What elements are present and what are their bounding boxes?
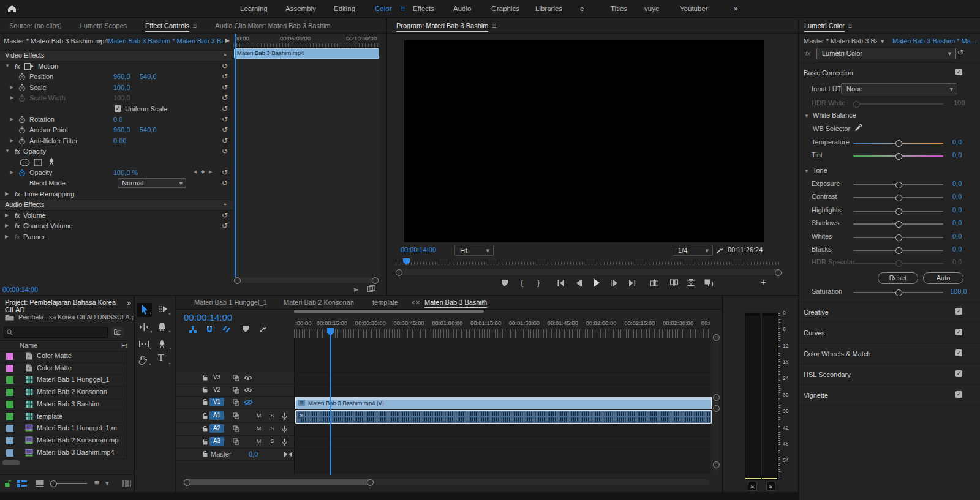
slider-knob[interactable] (895, 247, 902, 254)
reset-parameter-icon[interactable]: ↺ (222, 125, 228, 134)
workspace-tab-graphics[interactable]: Graphics (491, 0, 519, 17)
workspace-tab-e[interactable]: e (580, 0, 584, 17)
play-audio-icon[interactable]: ▶ (354, 286, 358, 293)
reset-parameter-icon[interactable]: ↺ (222, 83, 228, 92)
home-icon[interactable] (7, 4, 17, 13)
program-scrollbar[interactable] (396, 269, 782, 275)
type-tool-icon[interactable]: T (158, 353, 164, 364)
track-chip-a1[interactable]: A1 (209, 411, 224, 420)
section-checkbox[interactable]: ✓ (956, 391, 962, 398)
item-name[interactable]: Materi Bab 3 Bashim (37, 400, 99, 408)
slider-knob[interactable] (895, 289, 902, 296)
scroll-knob[interactable] (713, 461, 720, 468)
timeline-h-scrollbar[interactable] (183, 479, 710, 485)
track-chip-a3[interactable]: A3 (209, 437, 224, 446)
item-name[interactable]: Color Matte (37, 364, 72, 371)
eye-icon[interactable] (244, 375, 252, 381)
scroll-knob-right[interactable] (775, 269, 782, 276)
label-color-swatch[interactable] (6, 353, 13, 360)
track-chip-v3[interactable]: V3 (209, 373, 224, 382)
param-value[interactable]: 100,0 % (113, 169, 138, 176)
sync-lock-icon[interactable] (233, 399, 239, 406)
mute-button[interactable]: M (255, 438, 263, 446)
item-name[interactable]: Color Matte (37, 352, 72, 359)
auto-button[interactable]: Auto (923, 272, 963, 284)
extract-icon[interactable] (670, 279, 678, 286)
comparison-view-icon[interactable] (704, 279, 713, 286)
slider-knob[interactable] (895, 234, 902, 241)
slider-knob[interactable] (895, 195, 902, 201)
master-caret-icon[interactable]: ▾ (98, 37, 102, 45)
scroll-knob[interactable] (713, 394, 720, 401)
workspace-tab-vuye[interactable]: vuye (644, 0, 659, 17)
ripple-edit-tool-icon[interactable] (140, 323, 149, 331)
project-item-row[interactable]: Color Matte (0, 362, 127, 375)
lock-icon[interactable] (202, 425, 208, 433)
mark-out-icon[interactable]: } (537, 278, 540, 287)
fx-chevron-icon[interactable]: ▶ (5, 191, 9, 196)
solo-meter-button[interactable]: S (766, 482, 775, 491)
track-chip-v1[interactable]: V1 (209, 398, 224, 406)
workspace-tab-youtuber[interactable]: Youtuber (680, 0, 708, 17)
fx-chevron-icon[interactable]: ▶ (5, 212, 9, 218)
panel-menu-icon[interactable]: ≡ (489, 21, 496, 30)
effect-name[interactable]: Time Remapping (23, 190, 74, 198)
snap-magnet-icon[interactable] (206, 326, 213, 334)
basic-correction-checkbox[interactable]: ✓ (956, 69, 962, 75)
sequence-tab-1[interactable]: Materi Bab 1 Hunggel_1 (194, 299, 267, 306)
uniform-scale-checkbox[interactable]: ✓ (115, 105, 121, 112)
program-video-frame[interactable] (404, 40, 764, 242)
lock-icon[interactable] (202, 438, 208, 446)
label-color-swatch[interactable] (6, 449, 13, 457)
step-back-icon[interactable] (576, 280, 582, 286)
item-name[interactable]: Materi Bab 2 Konsonan.mp (37, 436, 118, 444)
add-button-icon[interactable]: + (761, 277, 766, 287)
sync-lock-icon[interactable] (233, 375, 239, 381)
scroll-knob-left[interactable] (184, 479, 190, 486)
search-bin-button[interactable] (111, 327, 124, 337)
param-chevron-icon[interactable]: ▶ (10, 95, 13, 100)
zoom-slider[interactable] (51, 483, 87, 484)
panel-menu-icon[interactable]: ≡ (481, 298, 486, 307)
section-checkbox[interactable]: ✓ (956, 370, 962, 377)
reset-parameter-icon[interactable]: ↺ (222, 115, 228, 124)
project-item-row[interactable]: Materi Bab 1 Hunggel_1 (0, 374, 127, 387)
selection-tool-icon[interactable] (141, 305, 149, 315)
reset-parameter-icon[interactable]: ↺ (222, 105, 228, 113)
param-value[interactable]: 960,0 (113, 73, 130, 80)
sequence-clip-label[interactable]: Materi Bab 3 Bashim * Materi Bab 3 Bash.… (108, 37, 223, 45)
reset-parameter-icon[interactable]: ↺ (222, 222, 228, 230)
section-checkbox[interactable]: ✓ (956, 308, 962, 315)
close-tab-icon[interactable]: × (416, 299, 420, 306)
reset-parameter-icon[interactable]: ↺ (222, 136, 228, 145)
sync-lock-icon[interactable] (233, 425, 239, 432)
reset-parameter-icon[interactable]: ↺ (222, 168, 228, 177)
tone-row-value[interactable]: 0,0 (952, 206, 962, 214)
lock-icon[interactable] (202, 412, 208, 420)
solo-meter-button[interactable]: S (748, 482, 757, 491)
param-value[interactable]: 540,0 (140, 73, 157, 80)
workspace-tab-learning[interactable]: Learning (240, 0, 268, 17)
tone-label[interactable]: Tone (813, 166, 827, 174)
solo-button[interactable]: S (268, 425, 276, 433)
blend-mode-dropdown[interactable]: Normal▾ (118, 178, 186, 188)
workspace-tab-color[interactable]: Color (375, 0, 391, 17)
track-chip-a2[interactable]: A2 (209, 424, 224, 433)
project-file-name[interactable]: Pembela...sa Korea CILAD UNISSULA.prproj (18, 313, 134, 321)
scroll-knob-left[interactable] (396, 269, 402, 276)
tab-lumetri-color[interactable]: Lumetri Color ≡ (799, 21, 861, 30)
workspace-tab-assembly[interactable]: Assembly (285, 0, 316, 17)
go-to-in-icon[interactable] (557, 280, 565, 286)
slider-knob[interactable] (895, 140, 902, 147)
lock-icon[interactable] (202, 398, 208, 406)
voiceover-mic-icon[interactable] (282, 412, 287, 420)
panel-menu-icon[interactable]: ≡ (846, 21, 852, 30)
slider-knob[interactable] (895, 208, 902, 215)
lumetri-section-hsl-secondary[interactable]: HSL Secondary (804, 371, 851, 378)
item-name[interactable]: Materi Bab 2 Konsonan (37, 388, 107, 395)
project-item-row[interactable]: Materi Bab 3 Bashim (0, 398, 127, 411)
slip-tool-icon[interactable] (139, 340, 149, 348)
effect-name[interactable]: Opacity (23, 147, 46, 155)
audio-clip[interactable]: fx (295, 410, 712, 424)
reset-parameter-icon[interactable]: ↺ (222, 211, 228, 220)
